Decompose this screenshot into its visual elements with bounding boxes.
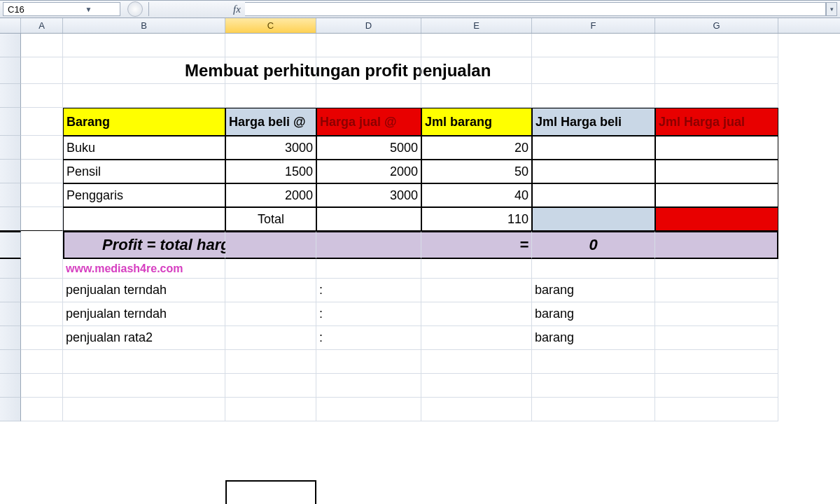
cell[interactable] [21,108,63,136]
row-header[interactable] [0,279,21,302]
col-header-F[interactable]: F [532,18,655,33]
cell-beli[interactable]: 1500 [225,160,316,183]
col-header-D[interactable]: D [316,18,421,33]
cell[interactable] [316,84,421,108]
cell[interactable] [225,34,316,57]
cell[interactable] [316,398,421,421]
row-header[interactable] [0,34,21,57]
row-header[interactable] [0,207,21,231]
cell-jml[interactable]: 20 [421,136,532,160]
cell-jual[interactable]: 5000 [316,136,421,160]
cell[interactable] [225,398,316,421]
cell[interactable] [421,302,532,326]
cell[interactable] [655,279,778,302]
cell[interactable] [421,350,532,374]
cell[interactable] [421,57,532,84]
cell[interactable] [21,34,63,57]
cell[interactable] [225,57,316,84]
cell[interactable] [655,350,778,374]
col-header-C[interactable]: C [225,18,316,33]
row-header[interactable] [0,84,21,108]
total-jml-beli[interactable] [532,207,655,231]
cell[interactable] [21,259,63,279]
cell[interactable] [21,183,63,207]
cell[interactable] [21,398,63,421]
name-box[interactable]: C16 ▼ [3,2,120,16]
cell[interactable] [532,57,655,84]
th-harga-beli[interactable]: Harga beli @ [225,108,316,136]
cell[interactable] [532,259,655,279]
fx-cancel-icon[interactable] [127,1,143,17]
cell[interactable] [655,374,778,398]
cell[interactable] [316,34,421,57]
cell[interactable] [421,34,532,57]
row-header[interactable] [0,398,21,421]
cell[interactable] [316,207,421,231]
summary-label[interactable]: penjualan terndah [63,279,225,302]
summary-unit[interactable]: barang [532,279,655,302]
cell[interactable] [532,84,655,108]
row-header[interactable] [0,302,21,326]
cell-jml-beli[interactable] [532,183,655,207]
cell[interactable] [532,350,655,374]
cell-jml[interactable]: 50 [421,160,532,183]
cell[interactable] [316,350,421,374]
cell[interactable] [21,160,63,183]
cell[interactable] [532,34,655,57]
cell[interactable] [532,374,655,398]
summary-label[interactable]: penjualan terndah [63,302,225,326]
expand-formula-bar-icon[interactable]: ▾ [826,2,837,16]
th-barang[interactable]: Barang [63,108,225,136]
profit-value[interactable]: 0 [532,231,655,259]
cell[interactable] [225,374,316,398]
cell[interactable] [316,374,421,398]
cell[interactable] [63,34,225,57]
th-harga-jual[interactable]: Harga jual @ [316,108,421,136]
row-header[interactable] [0,326,21,350]
cell[interactable] [655,326,778,350]
website-cell[interactable]: www.mediash4re.com [63,259,225,279]
cell[interactable] [63,374,225,398]
cell[interactable] [655,34,778,57]
cell[interactable] [21,326,63,350]
cell[interactable] [421,259,532,279]
cell[interactable] [21,279,63,302]
cell[interactable] [421,374,532,398]
cell-beli[interactable]: 3000 [225,136,316,160]
cell-jml-jual[interactable] [655,183,778,207]
cell[interactable]: Membuat perhitungan profit penjualan [63,57,225,84]
formula-input[interactable] [245,2,826,16]
cell[interactable] [421,398,532,421]
col-header-A[interactable]: A [21,18,63,33]
summary-colon[interactable]: : [316,326,421,350]
cell-jml-jual[interactable] [655,136,778,160]
cell[interactable] [21,302,63,326]
cell-jual[interactable]: 2000 [316,160,421,183]
summary-colon[interactable]: : [316,279,421,302]
cell[interactable] [655,259,778,279]
cell[interactable] [532,398,655,421]
cell[interactable] [225,259,316,279]
th-jml-harga-beli[interactable]: Jml Harga beli [532,108,655,136]
select-all-corner[interactable] [0,18,21,33]
cell[interactable] [655,231,778,259]
row-header[interactable] [0,374,21,398]
cell[interactable] [655,302,778,326]
spreadsheet-grid[interactable]: Membuat perhitungan profit penjualan Bar… [0,34,840,421]
cell[interactable] [421,84,532,108]
cell[interactable] [316,231,421,259]
cell[interactable] [63,398,225,421]
row-header[interactable] [0,160,21,183]
total-jml[interactable]: 110 [421,207,532,231]
cell-jml-beli[interactable] [532,160,655,183]
th-jml-harga-jual[interactable]: Jml Harga jual [655,108,778,136]
row-header[interactable] [0,108,21,136]
cell[interactable] [225,326,316,350]
cell-beli[interactable]: 2000 [225,183,316,207]
cell[interactable] [655,57,778,84]
cell[interactable] [225,302,316,326]
cell-jual[interactable]: 3000 [316,183,421,207]
cell[interactable] [63,207,225,231]
col-header-B[interactable]: B [63,18,225,33]
cell[interactable] [63,84,225,108]
